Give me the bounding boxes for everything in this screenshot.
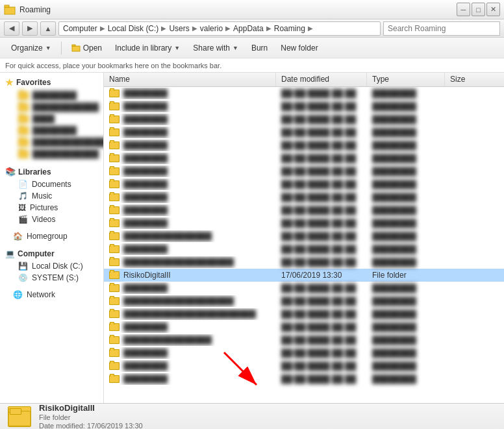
open-button[interactable]: Open bbox=[66, 40, 108, 56]
file-cell-size bbox=[445, 196, 490, 199]
folder-icon bbox=[109, 336, 120, 344]
sidebar-item-fav2[interactable]: ████████████ bbox=[0, 101, 103, 113]
folder-icon bbox=[109, 219, 120, 227]
search-input[interactable] bbox=[383, 21, 500, 36]
table-row[interactable]: ██████████/██/████ ██:██████████ bbox=[104, 126, 504, 139]
file-cell-name: ████████████████████ bbox=[104, 256, 276, 268]
breadcrumb-sep: ▶ bbox=[266, 25, 271, 32]
sidebar-item-documents[interactable]: 📄 Documents bbox=[0, 178, 103, 190]
sidebar-item-music[interactable]: 🎵 Music bbox=[0, 190, 103, 202]
table-row[interactable]: ██████████/██/████ ██:██████████ bbox=[104, 178, 504, 191]
sidebar-item-network[interactable]: 🌐 Network bbox=[0, 289, 103, 300]
table-row[interactable]: ██████████████████████████/██/████ ██:██… bbox=[104, 308, 504, 321]
file-name: ████████ bbox=[123, 374, 168, 384]
minimize-button[interactable]: ─ bbox=[457, 3, 470, 16]
table-row[interactable]: ██████████/██/████ ██:██████████ bbox=[104, 165, 504, 178]
sidebar-item-fav6[interactable]: ████████████ bbox=[0, 148, 103, 160]
col-date[interactable]: Date modified bbox=[276, 73, 367, 86]
table-row[interactable]: ██████████/██/████ ██:██████████ bbox=[104, 87, 504, 100]
breadcrumb-sep: ▶ bbox=[161, 25, 166, 32]
file-cell-date: ██/██/████ ██:██ bbox=[276, 360, 367, 372]
table-row[interactable]: ██████████/██/████ ██:██████████ bbox=[104, 282, 504, 295]
file-name: ████████████████ bbox=[123, 336, 212, 345]
sidebar-item-system-s[interactable]: 💿 SYSTEM (S:) bbox=[0, 272, 103, 284]
breadcrumb-part: Computer bbox=[63, 24, 97, 33]
folder-icon bbox=[18, 103, 29, 112]
breadcrumb-sep: ▶ bbox=[308, 25, 313, 32]
favorites-icon: ★ bbox=[5, 77, 14, 88]
burn-button[interactable]: Burn bbox=[246, 40, 273, 56]
file-cell-date: ██/██/████ ██:██ bbox=[276, 373, 367, 385]
sidebar-item-fav1[interactable]: ████████ bbox=[0, 90, 103, 101]
new-folder-button[interactable]: New folder bbox=[275, 40, 323, 56]
folder-icon bbox=[109, 258, 120, 266]
sidebar-item-videos[interactable]: 🎬 Videos bbox=[0, 214, 103, 225]
file-name: ████████████████████████ bbox=[123, 310, 256, 319]
col-type[interactable]: Type bbox=[367, 73, 445, 86]
col-size[interactable]: Size bbox=[445, 73, 490, 86]
file-cell-date: ██/██/████ ██:██ bbox=[276, 334, 367, 346]
file-name: ████████ bbox=[123, 115, 168, 124]
sidebar-section-homegroup: 🏠 Homegroup bbox=[0, 228, 103, 245]
table-row[interactable]: ██████████/██/████ ██:██████████ bbox=[104, 347, 504, 360]
table-row[interactable]: ██████████/██/████ ██:██████████ bbox=[104, 373, 504, 386]
file-cell-type: ████████ bbox=[367, 308, 445, 320]
up-button[interactable]: ▲ bbox=[40, 21, 56, 36]
table-row[interactable]: ██████████████████/██/████ ██:██████████ bbox=[104, 334, 504, 347]
file-name: RisikoDigitalII bbox=[123, 271, 171, 280]
file-cell-size bbox=[445, 248, 490, 251]
sidebar-item-fav4[interactable]: ████████ bbox=[0, 125, 103, 136]
table-row[interactable]: ██████████/██/████ ██:██████████ bbox=[104, 243, 504, 256]
sidebar-item-homegroup[interactable]: 🏠 Homegroup bbox=[0, 230, 103, 242]
table-row[interactable]: RisikoDigitalII17/06/2019 13:30File fold… bbox=[104, 269, 504, 282]
sidebar-item-fav5[interactable]: ████████████████ bbox=[0, 136, 103, 148]
file-cell-date: ██/██/████ ██:██ bbox=[276, 282, 367, 294]
status-info: RisikoDigitalII File folder Date modifie… bbox=[39, 403, 143, 429]
sidebar-item-fav3[interactable]: ████ bbox=[0, 113, 103, 125]
folder-icon bbox=[109, 90, 120, 97]
status-type: File folder bbox=[39, 413, 143, 421]
sidebar-item-pictures[interactable]: 🖼 Pictures bbox=[0, 202, 103, 214]
table-row[interactable]: ██████████/██/████ ██:██████████ bbox=[104, 139, 504, 152]
file-cell-size bbox=[445, 352, 490, 354]
table-row[interactable]: ██████████/██/████ ██:██████████ bbox=[104, 217, 504, 230]
table-row[interactable]: ██████████████████████/██/████ ██:██████… bbox=[104, 295, 504, 308]
table-row[interactable]: ██████████/██/████ ██:██████████ bbox=[104, 360, 504, 373]
svg-rect-1 bbox=[5, 5, 9, 7]
file-cell-size bbox=[445, 300, 490, 302]
include-in-library-button[interactable]: Include in library ▼ bbox=[109, 40, 186, 56]
file-cell-type: ████████ bbox=[367, 140, 445, 151]
table-row[interactable]: ██████████/██/████ ██:██████████ bbox=[104, 191, 504, 204]
file-cell-type: ████████ bbox=[367, 165, 445, 177]
file-header: Name Date modified Type Size bbox=[104, 73, 504, 87]
file-cell-date: ██/██/████ ██:██ bbox=[276, 243, 367, 255]
maximize-button[interactable]: □ bbox=[472, 3, 485, 16]
file-name: ████████ bbox=[123, 323, 168, 332]
breadcrumb[interactable]: Computer ▶ Local Disk (C:) ▶ Users ▶ val… bbox=[58, 21, 381, 36]
table-row[interactable]: ██████████/██/████ ██:██████████ bbox=[104, 152, 504, 165]
file-name: ████████ bbox=[123, 362, 168, 371]
sidebar-item-local-disk[interactable]: 💾 Local Disk (C:) bbox=[0, 260, 103, 272]
col-name[interactable]: Name bbox=[104, 73, 276, 86]
forward-button[interactable]: ▶ bbox=[22, 21, 38, 36]
table-row[interactable]: ██████████/██/████ ██:██████████ bbox=[104, 204, 504, 217]
file-cell-type: ████████ bbox=[367, 127, 445, 138]
table-row[interactable]: ██████████/██/████ ██:██████████ bbox=[104, 113, 504, 126]
file-cell-type: ████████ bbox=[367, 321, 445, 333]
share-with-button[interactable]: Share with ▼ bbox=[187, 40, 244, 56]
table-row[interactable]: ██████████/██/████ ██:██████████ bbox=[104, 100, 504, 113]
back-button[interactable]: ◀ bbox=[4, 21, 19, 36]
organize-button[interactable]: Organize ▼ bbox=[5, 40, 57, 56]
file-cell-type: ████████ bbox=[367, 191, 445, 203]
table-row[interactable]: ██████████████████████/██/████ ██:██████… bbox=[104, 256, 504, 269]
status-folder-icon bbox=[8, 406, 31, 427]
table-row[interactable]: ██████████/██/████ ██:██████████ bbox=[104, 321, 504, 334]
toolbar: Organize ▼ Open Include in library ▼ Sha… bbox=[0, 38, 504, 58]
file-cell-size bbox=[445, 222, 490, 225]
breadcrumb-part: Local Disk (C:) bbox=[108, 24, 159, 33]
window-controls: ─ □ ✕ bbox=[457, 3, 500, 16]
table-row[interactable]: ██████████████████/██/████ ██:██████████ bbox=[104, 230, 504, 243]
sidebar-section-computer: 💻 Computer 💾 Local Disk (C:) 💿 SYSTEM (S… bbox=[0, 245, 103, 286]
close-button[interactable]: ✕ bbox=[486, 3, 500, 16]
disk-icon: 💿 bbox=[18, 273, 28, 282]
